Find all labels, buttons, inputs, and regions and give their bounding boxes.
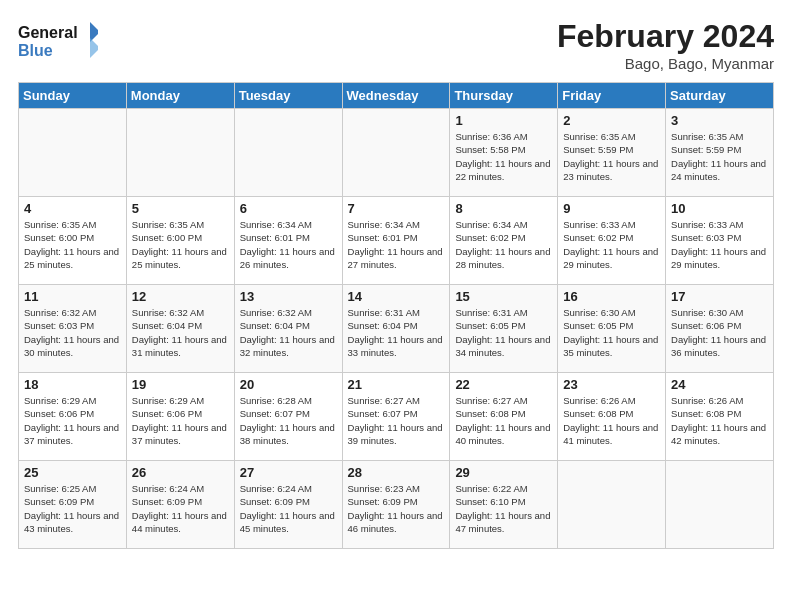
- calendar-cell: 17Sunrise: 6:30 AM Sunset: 6:06 PM Dayli…: [666, 285, 774, 373]
- day-number: 22: [455, 377, 553, 392]
- day-number: 10: [671, 201, 769, 216]
- day-number: 26: [132, 465, 230, 480]
- col-saturday: Saturday: [666, 83, 774, 109]
- day-info: Sunrise: 6:30 AM Sunset: 6:05 PM Dayligh…: [563, 306, 661, 359]
- calendar-cell: 7Sunrise: 6:34 AM Sunset: 6:01 PM Daylig…: [342, 197, 450, 285]
- col-thursday: Thursday: [450, 83, 558, 109]
- calendar-cell: 14Sunrise: 6:31 AM Sunset: 6:04 PM Dayli…: [342, 285, 450, 373]
- calendar-week-3: 11Sunrise: 6:32 AM Sunset: 6:03 PM Dayli…: [19, 285, 774, 373]
- day-info: Sunrise: 6:29 AM Sunset: 6:06 PM Dayligh…: [132, 394, 230, 447]
- day-info: Sunrise: 6:34 AM Sunset: 6:01 PM Dayligh…: [240, 218, 338, 271]
- day-number: 8: [455, 201, 553, 216]
- day-info: Sunrise: 6:35 AM Sunset: 5:59 PM Dayligh…: [563, 130, 661, 183]
- calendar-cell: 29Sunrise: 6:22 AM Sunset: 6:10 PM Dayli…: [450, 461, 558, 549]
- logo: General Blue: [18, 18, 98, 60]
- calendar-cell: 10Sunrise: 6:33 AM Sunset: 6:03 PM Dayli…: [666, 197, 774, 285]
- calendar-table: Sunday Monday Tuesday Wednesday Thursday…: [18, 82, 774, 549]
- day-number: 27: [240, 465, 338, 480]
- day-number: 11: [24, 289, 122, 304]
- day-info: Sunrise: 6:34 AM Sunset: 6:01 PM Dayligh…: [348, 218, 446, 271]
- calendar-cell: [342, 109, 450, 197]
- day-info: Sunrise: 6:31 AM Sunset: 6:05 PM Dayligh…: [455, 306, 553, 359]
- calendar-page: General Blue February 2024 Bago, Bago, M…: [0, 0, 792, 612]
- calendar-cell: 16Sunrise: 6:30 AM Sunset: 6:05 PM Dayli…: [558, 285, 666, 373]
- calendar-subtitle: Bago, Bago, Myanmar: [557, 55, 774, 72]
- day-number: 15: [455, 289, 553, 304]
- day-info: Sunrise: 6:30 AM Sunset: 6:06 PM Dayligh…: [671, 306, 769, 359]
- calendar-cell: 19Sunrise: 6:29 AM Sunset: 6:06 PM Dayli…: [126, 373, 234, 461]
- calendar-cell: 5Sunrise: 6:35 AM Sunset: 6:00 PM Daylig…: [126, 197, 234, 285]
- day-info: Sunrise: 6:27 AM Sunset: 6:08 PM Dayligh…: [455, 394, 553, 447]
- calendar-cell: [558, 461, 666, 549]
- day-number: 2: [563, 113, 661, 128]
- col-wednesday: Wednesday: [342, 83, 450, 109]
- header-row: Sunday Monday Tuesday Wednesday Thursday…: [19, 83, 774, 109]
- calendar-cell: 11Sunrise: 6:32 AM Sunset: 6:03 PM Dayli…: [19, 285, 127, 373]
- day-info: Sunrise: 6:32 AM Sunset: 6:04 PM Dayligh…: [132, 306, 230, 359]
- day-number: 17: [671, 289, 769, 304]
- day-info: Sunrise: 6:35 AM Sunset: 5:59 PM Dayligh…: [671, 130, 769, 183]
- day-number: 25: [24, 465, 122, 480]
- calendar-cell: 20Sunrise: 6:28 AM Sunset: 6:07 PM Dayli…: [234, 373, 342, 461]
- calendar-cell: 3Sunrise: 6:35 AM Sunset: 5:59 PM Daylig…: [666, 109, 774, 197]
- calendar-cell: 21Sunrise: 6:27 AM Sunset: 6:07 PM Dayli…: [342, 373, 450, 461]
- calendar-cell: 6Sunrise: 6:34 AM Sunset: 6:01 PM Daylig…: [234, 197, 342, 285]
- logo-svg: General Blue: [18, 18, 98, 60]
- calendar-cell: 13Sunrise: 6:32 AM Sunset: 6:04 PM Dayli…: [234, 285, 342, 373]
- calendar-week-1: 1Sunrise: 6:36 AM Sunset: 5:58 PM Daylig…: [19, 109, 774, 197]
- calendar-cell: 8Sunrise: 6:34 AM Sunset: 6:02 PM Daylig…: [450, 197, 558, 285]
- calendar-cell: 27Sunrise: 6:24 AM Sunset: 6:09 PM Dayli…: [234, 461, 342, 549]
- calendar-cell: 1Sunrise: 6:36 AM Sunset: 5:58 PM Daylig…: [450, 109, 558, 197]
- svg-marker-2: [90, 22, 98, 42]
- day-info: Sunrise: 6:33 AM Sunset: 6:03 PM Dayligh…: [671, 218, 769, 271]
- day-number: 7: [348, 201, 446, 216]
- calendar-cell: [19, 109, 127, 197]
- calendar-week-5: 25Sunrise: 6:25 AM Sunset: 6:09 PM Dayli…: [19, 461, 774, 549]
- day-number: 21: [348, 377, 446, 392]
- page-header: General Blue February 2024 Bago, Bago, M…: [18, 18, 774, 72]
- day-info: Sunrise: 6:32 AM Sunset: 6:04 PM Dayligh…: [240, 306, 338, 359]
- calendar-cell: 24Sunrise: 6:26 AM Sunset: 6:08 PM Dayli…: [666, 373, 774, 461]
- day-number: 16: [563, 289, 661, 304]
- day-info: Sunrise: 6:29 AM Sunset: 6:06 PM Dayligh…: [24, 394, 122, 447]
- day-number: 23: [563, 377, 661, 392]
- day-number: 19: [132, 377, 230, 392]
- day-number: 28: [348, 465, 446, 480]
- svg-marker-3: [90, 38, 98, 58]
- title-block: February 2024 Bago, Bago, Myanmar: [557, 18, 774, 72]
- day-info: Sunrise: 6:24 AM Sunset: 6:09 PM Dayligh…: [240, 482, 338, 535]
- day-number: 6: [240, 201, 338, 216]
- day-number: 18: [24, 377, 122, 392]
- day-number: 3: [671, 113, 769, 128]
- day-number: 12: [132, 289, 230, 304]
- calendar-cell: 9Sunrise: 6:33 AM Sunset: 6:02 PM Daylig…: [558, 197, 666, 285]
- calendar-cell: 12Sunrise: 6:32 AM Sunset: 6:04 PM Dayli…: [126, 285, 234, 373]
- calendar-cell: 2Sunrise: 6:35 AM Sunset: 5:59 PM Daylig…: [558, 109, 666, 197]
- col-friday: Friday: [558, 83, 666, 109]
- day-number: 1: [455, 113, 553, 128]
- day-info: Sunrise: 6:32 AM Sunset: 6:03 PM Dayligh…: [24, 306, 122, 359]
- calendar-cell: 25Sunrise: 6:25 AM Sunset: 6:09 PM Dayli…: [19, 461, 127, 549]
- col-tuesday: Tuesday: [234, 83, 342, 109]
- calendar-cell: [234, 109, 342, 197]
- calendar-week-4: 18Sunrise: 6:29 AM Sunset: 6:06 PM Dayli…: [19, 373, 774, 461]
- day-info: Sunrise: 6:35 AM Sunset: 6:00 PM Dayligh…: [24, 218, 122, 271]
- day-info: Sunrise: 6:33 AM Sunset: 6:02 PM Dayligh…: [563, 218, 661, 271]
- day-info: Sunrise: 6:26 AM Sunset: 6:08 PM Dayligh…: [671, 394, 769, 447]
- day-info: Sunrise: 6:22 AM Sunset: 6:10 PM Dayligh…: [455, 482, 553, 535]
- calendar-cell: 4Sunrise: 6:35 AM Sunset: 6:00 PM Daylig…: [19, 197, 127, 285]
- col-sunday: Sunday: [19, 83, 127, 109]
- day-number: 13: [240, 289, 338, 304]
- day-info: Sunrise: 6:24 AM Sunset: 6:09 PM Dayligh…: [132, 482, 230, 535]
- day-info: Sunrise: 6:23 AM Sunset: 6:09 PM Dayligh…: [348, 482, 446, 535]
- calendar-cell: 18Sunrise: 6:29 AM Sunset: 6:06 PM Dayli…: [19, 373, 127, 461]
- day-number: 29: [455, 465, 553, 480]
- day-number: 24: [671, 377, 769, 392]
- day-info: Sunrise: 6:36 AM Sunset: 5:58 PM Dayligh…: [455, 130, 553, 183]
- calendar-cell: [126, 109, 234, 197]
- calendar-body: 1Sunrise: 6:36 AM Sunset: 5:58 PM Daylig…: [19, 109, 774, 549]
- calendar-cell: 22Sunrise: 6:27 AM Sunset: 6:08 PM Dayli…: [450, 373, 558, 461]
- calendar-header: Sunday Monday Tuesday Wednesday Thursday…: [19, 83, 774, 109]
- svg-text:General: General: [18, 24, 78, 41]
- day-info: Sunrise: 6:27 AM Sunset: 6:07 PM Dayligh…: [348, 394, 446, 447]
